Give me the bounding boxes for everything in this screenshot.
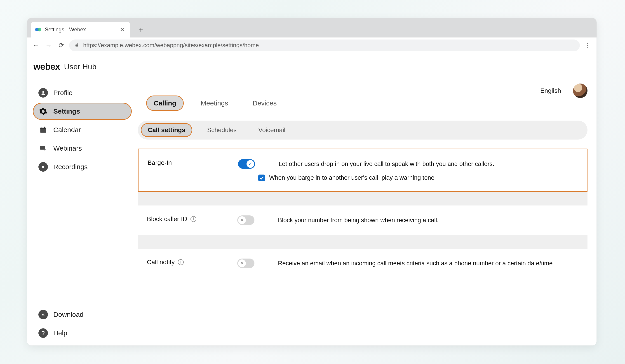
gear-icon bbox=[38, 107, 48, 116]
info-icon[interactable]: i bbox=[190, 216, 196, 222]
tab-devices[interactable]: Devices bbox=[246, 96, 283, 110]
setting-title: Call notify i bbox=[147, 258, 228, 266]
help-icon: ? bbox=[38, 328, 48, 338]
barge-in-toggle[interactable] bbox=[238, 159, 255, 169]
tab-label: Meetings bbox=[201, 99, 228, 107]
avatar[interactable] bbox=[573, 84, 588, 98]
call-notify-toggle[interactable] bbox=[237, 258, 254, 268]
setting-description: Let other users drop in on your live cal… bbox=[279, 159, 578, 169]
app-content: Profile Settings Calendar bbox=[27, 80, 596, 345]
setting-description: Receive an email when an incoming call m… bbox=[278, 258, 578, 268]
sidebar-item-label: Download bbox=[53, 311, 83, 318]
sidebar-item-profile[interactable]: Profile bbox=[33, 85, 131, 101]
brand-subtitle: User Hub bbox=[64, 62, 96, 71]
sidebar-item-download[interactable]: Download bbox=[33, 307, 131, 322]
card-gap bbox=[138, 235, 588, 249]
browser-tab-title: Settings - Webex bbox=[45, 27, 115, 33]
webinar-icon bbox=[38, 144, 48, 153]
setting-block-caller-id: Block caller ID i Block your number from… bbox=[138, 205, 588, 235]
app-header: webex User Hub bbox=[27, 53, 596, 80]
webex-favicon bbox=[35, 26, 42, 33]
settings-list: Barge-In Let other users drop in on your… bbox=[138, 149, 588, 279]
sidebar-item-webinars[interactable]: Webinars bbox=[33, 140, 131, 156]
svg-point-11 bbox=[42, 166, 44, 168]
subtab-schedules[interactable]: Schedules bbox=[201, 124, 243, 136]
browser-tab-active[interactable]: Settings - Webex ✕ bbox=[31, 22, 130, 37]
main-tabs: Calling Meetings Devices bbox=[136, 85, 590, 110]
sidebar-item-label: Recordings bbox=[53, 163, 88, 171]
divider bbox=[567, 87, 567, 95]
new-tab-button[interactable]: ＋ bbox=[135, 24, 146, 35]
subtab-label: Call settings bbox=[148, 126, 185, 134]
svg-point-1 bbox=[37, 28, 41, 32]
top-right-controls: English bbox=[540, 84, 588, 98]
sidebar-item-calendar[interactable]: Calendar bbox=[33, 122, 131, 138]
reload-button[interactable]: ⟳ bbox=[57, 41, 66, 50]
browser-toolbar: ← → ⟳ https://example.webex.com/webappng… bbox=[27, 37, 596, 53]
url-text: https://example.webex.com/webappng/sites… bbox=[83, 42, 259, 49]
address-bar[interactable]: https://example.webex.com/webappng/sites… bbox=[69, 39, 580, 51]
browser-window: Settings - Webex ✕ ＋ ← → ⟳ https://examp… bbox=[27, 18, 596, 345]
close-icon[interactable]: ✕ bbox=[118, 26, 126, 33]
lock-icon bbox=[75, 42, 79, 48]
setting-body: Let other users drop in on your live cal… bbox=[279, 159, 578, 181]
main-panel: English Calling Meetings Devices bbox=[136, 80, 596, 345]
subtab-label: Voicemail bbox=[258, 126, 285, 134]
tab-label: Devices bbox=[253, 99, 277, 107]
user-icon bbox=[38, 88, 48, 98]
tab-calling[interactable]: Calling bbox=[147, 96, 183, 110]
svg-point-10 bbox=[45, 149, 46, 150]
setting-title-text: Block caller ID bbox=[147, 215, 187, 223]
setting-description: Block your number from being shown when … bbox=[278, 215, 578, 225]
sidebar-item-label: Help bbox=[53, 329, 67, 337]
sidebar-item-help[interactable]: ? Help bbox=[33, 325, 131, 341]
barge-in-warning-tone-checkbox[interactable] bbox=[258, 174, 265, 181]
setting-barge-in: Barge-In Let other users drop in on your… bbox=[138, 149, 588, 192]
setting-call-notify: Call notify i Receive an email when an i… bbox=[138, 249, 588, 278]
sidebar: Profile Settings Calendar bbox=[27, 80, 136, 345]
record-icon bbox=[38, 162, 48, 172]
setting-title-text: Call notify bbox=[147, 258, 175, 266]
svg-rect-2 bbox=[75, 45, 78, 47]
download-icon bbox=[38, 310, 48, 319]
checkbox-label: When you barge in to another user's call… bbox=[269, 174, 435, 181]
back-button[interactable]: ← bbox=[31, 41, 41, 50]
svg-rect-6 bbox=[42, 127, 42, 128]
calendar-icon bbox=[38, 125, 48, 135]
tab-meetings[interactable]: Meetings bbox=[194, 96, 235, 110]
barge-in-warning-tone-row: When you barge in to another user's call… bbox=[258, 174, 578, 181]
setting-title: Block caller ID i bbox=[147, 215, 228, 223]
info-icon[interactable]: i bbox=[178, 259, 184, 265]
sidebar-item-label: Calendar bbox=[53, 126, 81, 134]
setting-title-text: Barge-In bbox=[148, 159, 172, 167]
browser-menu-button[interactable]: ⋮ bbox=[583, 41, 593, 50]
subtab-voicemail[interactable]: Voicemail bbox=[252, 124, 292, 136]
brand-logo: webex bbox=[33, 62, 60, 72]
block-caller-id-toggle[interactable] bbox=[237, 215, 254, 225]
sidebar-item-label: Webinars bbox=[53, 144, 82, 152]
subtab-call-settings[interactable]: Call settings bbox=[141, 124, 192, 136]
sidebar-item-recordings[interactable]: Recordings bbox=[33, 159, 131, 175]
sidebar-item-settings[interactable]: Settings bbox=[33, 103, 131, 119]
svg-rect-7 bbox=[44, 127, 45, 128]
language-selector[interactable]: English bbox=[540, 87, 561, 94]
subtab-label: Schedules bbox=[207, 126, 237, 134]
card-gap bbox=[138, 192, 588, 205]
sidebar-item-label: Profile bbox=[53, 89, 72, 97]
setting-title: Barge-In bbox=[148, 159, 229, 167]
sub-tabs: Call settings Schedules Voicemail bbox=[138, 121, 588, 140]
svg-point-3 bbox=[42, 91, 44, 93]
browser-tabstrip: Settings - Webex ✕ ＋ bbox=[27, 18, 596, 37]
sidebar-item-label: Settings bbox=[53, 108, 80, 115]
forward-button[interactable]: → bbox=[44, 41, 53, 50]
svg-rect-5 bbox=[40, 128, 46, 129]
tab-label: Calling bbox=[154, 99, 176, 107]
